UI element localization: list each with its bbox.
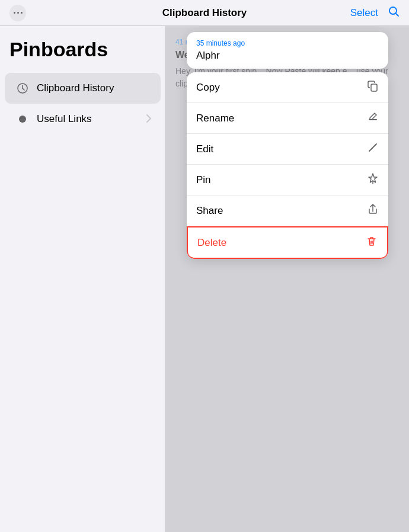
sidebar-title: Pinboards [0,38,165,73]
svg-rect-6 [371,84,377,91]
sidebar-item-label-clipboard: Clipboard History [37,82,151,94]
pin-icon [367,172,379,187]
chevron-right-icon [146,114,151,124]
nav-title: Clipboard History [162,7,247,19]
menu-item-copy[interactable]: Copy [187,72,388,103]
select-button[interactable]: Select [350,7,378,19]
edit-label: Edit [196,143,213,155]
svg-line-1 [396,14,399,17]
share-label: Share [196,205,223,217]
content-area: 41 minutes ago Welcome Hey, I'm your fir… [166,26,409,532]
delete-label: Delete [197,237,226,249]
share-icon [367,203,379,218]
edit-icon [367,142,379,156]
pin-label: Pin [196,174,211,186]
clock-icon [14,80,31,97]
rename-icon [367,111,379,126]
search-icon[interactable] [388,5,400,20]
menu-item-delete[interactable]: Delete [187,226,388,259]
copy-icon [367,80,379,95]
context-popup: 35 minutes ago Alphr Copy [187,32,388,259]
preview-card: 35 minutes ago Alphr [187,32,388,69]
more-options-button[interactable] [9,5,26,21]
main-layout: Pinboards Clipboard History Useful Links [0,26,409,532]
menu-item-rename[interactable]: Rename [187,103,388,134]
svg-line-4 [23,88,24,90]
menu-item-share[interactable]: Share [187,196,388,226]
preview-text: Alphr [196,50,379,62]
delete-icon [366,235,378,250]
sidebar-item-clipboard-history[interactable]: Clipboard History [5,73,161,104]
menu-item-edit[interactable]: Edit [187,134,388,165]
sidebar: Pinboards Clipboard History Useful Links [0,26,166,532]
sidebar-item-label-links: Useful Links [37,113,146,125]
svg-line-8 [369,144,376,151]
menu-item-pin[interactable]: Pin [187,165,388,196]
nav-center: Clipboard History [162,7,247,19]
dots-icon [14,12,23,14]
sidebar-item-useful-links[interactable]: Useful Links [5,104,161,134]
nav-right: Select [350,5,400,20]
preview-time: 35 minutes ago [196,39,379,47]
navigation-bar: Clipboard History Select [0,0,409,26]
rename-label: Rename [196,113,234,124]
copy-label: Copy [196,82,220,94]
svg-point-5 [19,116,26,123]
context-menu: Copy Rename [187,72,388,259]
circle-icon [14,111,31,127]
nav-left [9,5,26,21]
